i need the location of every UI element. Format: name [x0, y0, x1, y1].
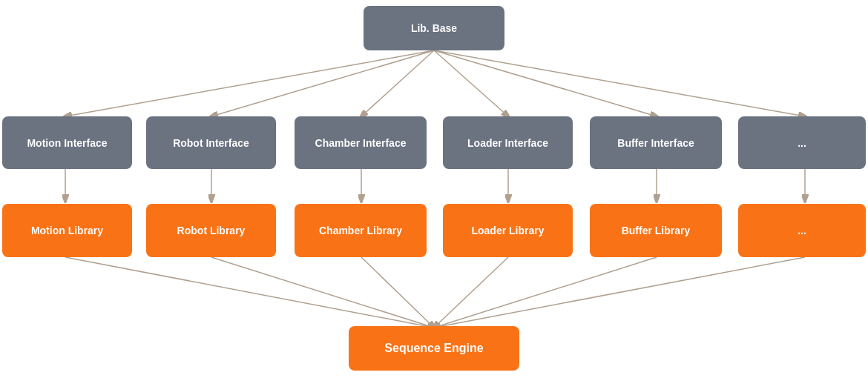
svg-line-4 [434, 50, 657, 116]
robot-library-node: Robot Library [146, 204, 276, 257]
svg-line-1 [211, 50, 434, 116]
buffer-interface-node: Buffer Interface [590, 116, 722, 169]
svg-line-2 [361, 50, 434, 116]
svg-line-12 [65, 257, 434, 328]
svg-line-16 [434, 257, 657, 328]
svg-line-3 [434, 50, 508, 116]
svg-line-0 [65, 50, 434, 116]
svg-line-15 [434, 257, 508, 328]
loader-library-node: Loader Library [443, 204, 573, 257]
svg-line-17 [434, 257, 805, 328]
motion-library-node: Motion Library [2, 204, 132, 257]
chamber-library-node: Chamber Library [295, 204, 427, 257]
motion-interface-node: Motion Interface [2, 116, 132, 169]
svg-line-13 [211, 257, 434, 328]
robot-interface-node: Robot Interface [146, 116, 276, 169]
buffer-library-node: Buffer Library [590, 204, 722, 257]
ellipsis-interface-node: ... [738, 116, 866, 169]
chamber-interface-node: Chamber Interface [295, 116, 427, 169]
svg-line-5 [434, 50, 805, 116]
loader-interface-node: Loader Interface [443, 116, 573, 169]
ellipsis-library-node: ... [738, 204, 866, 257]
architecture-diagram: Lib. Base Motion Interface Robot Interfa… [0, 0, 868, 378]
svg-line-14 [361, 257, 434, 328]
sequence-engine-node: Sequence Engine [349, 326, 519, 371]
lib-base-node: Lib. Base [364, 6, 504, 50]
arrows-svg [0, 0, 868, 378]
